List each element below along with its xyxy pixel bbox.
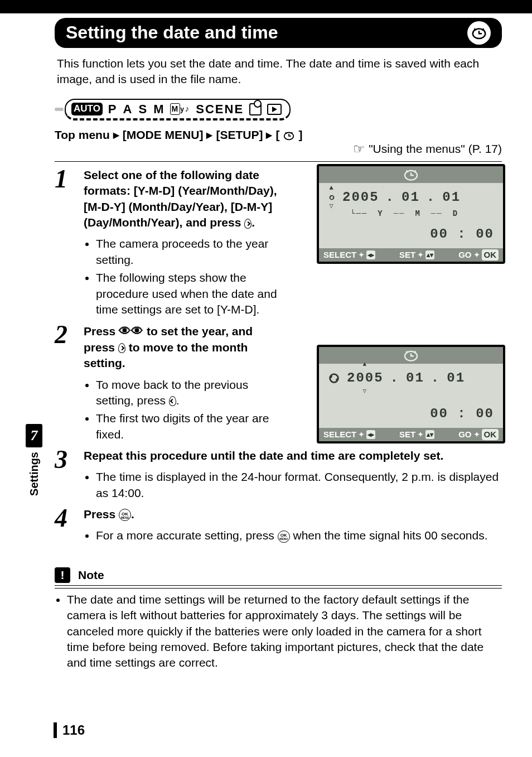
mode-p: P [108,101,118,118]
divider [55,161,502,162]
chevron-right-icon: ▶ [113,130,119,141]
note-block: ! Note The date and time settings will b… [55,567,502,671]
mode-auto: AUTO [71,103,103,115]
movie-icon [249,103,262,115]
clock-icon [467,21,491,45]
list-item: The first two digits of the year are fix… [96,411,284,442]
divider [55,588,502,589]
chapter-title: Setting the date and time [66,21,278,45]
list-item: For a more accurate setting, press OKMEN… [96,528,502,543]
step-title: Select one of the following date formats… [84,168,277,229]
dpad-down-icon: 👁 [131,323,143,340]
step-bullets: The time is displayed in the 24-hour for… [84,469,502,501]
step-title: Press OKMENU. [84,508,134,520]
dpad-up-icon: 👁 [119,323,131,340]
side-tab: 7 Settings [26,424,42,496]
pointing-hand-icon: ☞ [353,140,365,158]
section-label: Settings [27,452,42,496]
playback-icon [267,104,282,115]
mode-m: M [153,101,165,118]
ok-menu-button-icon: OKMENU [278,531,290,543]
step-number: 1 [55,167,71,320]
step-title: Repeat this procedure until the date and… [84,449,443,462]
mode-a: A [123,101,133,118]
list-item: The following steps show the procedure u… [96,270,284,317]
dpad-right-icon [244,219,252,229]
step-bullets: To move back to the previous setting, pr… [84,377,284,442]
mode-dial-row: AUTO P A S M My♪ SCENE [55,99,502,121]
step-title: Press 👁👁 to set the year, and press to m… [84,325,253,369]
step-3: 3 Repeat this procedure until the date a… [55,448,502,503]
step-number: 3 [55,448,71,503]
dpad-right-icon [118,343,125,353]
mode-s: S [138,101,148,118]
see-also-text: Using the menus [369,141,465,157]
page-number-value: 116 [62,721,85,739]
step-bullets: For a more accurate setting, press OKMEN… [84,528,502,543]
mode-my: My♪ [170,103,190,115]
step-1: 1 Select one of the following date forma… [55,167,502,320]
divider [55,585,502,586]
ok-menu-button-icon: OKMENU [119,509,131,521]
breadcrumb-item: [MODE MENU] [123,127,204,143]
mode-scene: SCENE [196,101,244,118]
page-number-bar [54,722,57,738]
chevron-right-icon: ▶ [266,130,272,141]
mode-dial: AUTO P A S M My♪ SCENE [65,99,291,121]
list-item: The camera proceeds to the year setting. [96,236,284,268]
clock-icon [283,129,295,142]
chevron-right-icon: ▶ [206,130,212,141]
see-also-page: (P. 17) [468,141,502,157]
breadcrumb-leaf-close: ] [298,127,302,143]
section-number: 7 [26,424,42,447]
intro-text: This function lets you set the date and … [57,56,500,88]
step-number: 4 [55,507,71,546]
warning-icon: ! [55,567,70,583]
note-heading: Note [78,567,104,583]
list-item: To move back to the previous setting, pr… [96,377,284,409]
chapter-header: Setting the date and time [55,18,502,48]
step-bullets: The camera proceeds to the year setting.… [84,236,284,317]
step-number: 2 [55,323,71,445]
breadcrumb-item: [SETUP] [216,127,263,143]
mode-dial-pointer [55,108,64,111]
note-body: The date and time settings will be retur… [67,592,502,671]
breadcrumb-root: Top menu [55,127,110,143]
step-2: 2 Press 👁👁 to set the year, and press to… [55,323,502,445]
dpad-left-icon [169,396,176,406]
step-4: 4 Press OKMENU. For a more accurate sett… [55,507,502,546]
page-number: 116 [54,721,85,739]
list-item: The time is displayed in the 24-hour for… [96,469,502,501]
page: Setting the date and time This function … [0,0,532,757]
top-bar [0,0,532,13]
breadcrumb-leaf-open: [ [275,127,279,143]
